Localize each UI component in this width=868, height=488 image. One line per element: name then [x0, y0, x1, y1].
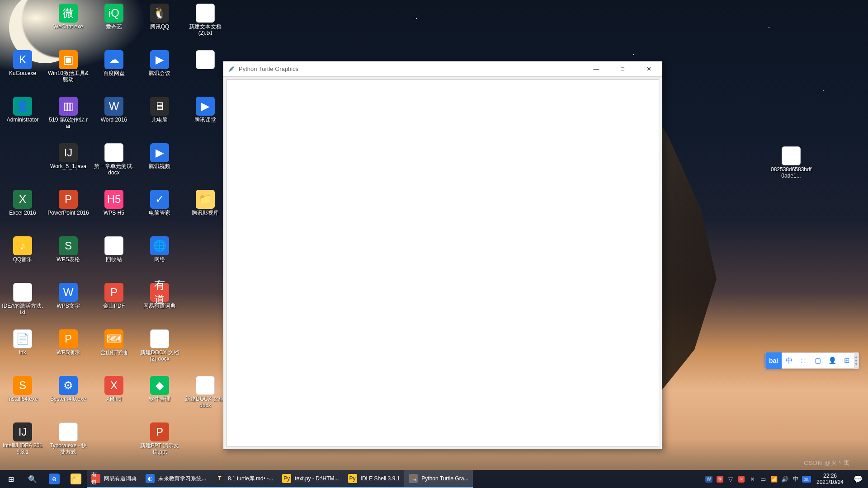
desktop-icon[interactable]: ▶腾讯课堂	[183, 95, 228, 125]
desktop-icon-label: 网易有道词典	[143, 303, 176, 309]
desktop-icon[interactable]: ≡IDEA的激活方法.txt	[0, 281, 45, 317]
desktop-icon[interactable]: 🐧腾讯QQ	[137, 2, 182, 32]
desktop-icon[interactable]: 👤Administrator	[0, 95, 45, 125]
desktop-icon[interactable]: W第一章单元测试.docx	[91, 141, 137, 178]
taskbar-app-label: 未来教育学习系统...	[158, 475, 206, 483]
desktop-icon-label: 爱奇艺	[106, 23, 122, 30]
desktop-icon[interactable]: ☁百度网盘	[91, 48, 137, 78]
baidu-ime-item[interactable]: ⸬	[796, 352, 811, 369]
desktop-icon[interactable]: XXMind	[91, 374, 137, 404]
taskbar-app[interactable]: 有道网易有道词典	[87, 470, 141, 488]
tray-icon[interactable]: W	[703, 470, 714, 488]
desktop-icon[interactable]: 📁腾讯影视库	[183, 188, 228, 218]
desktop-icon[interactable]: 🖥此电脑	[137, 95, 182, 125]
desktop-icon[interactable]: P新建PPT 演示文稿.ppt	[137, 421, 182, 457]
desktop-icon[interactable]: SWPS表格	[46, 235, 91, 264]
desktop-icon[interactable]: ▣Win10激活工具&驱动	[46, 48, 91, 84]
tray-icon[interactable]: ✕	[736, 470, 747, 488]
desktop-icon[interactable]: KKuGou.exe	[0, 48, 45, 78]
desktop-icon[interactable]: SInstall64.exe	[0, 374, 45, 404]
app-icon: P	[104, 283, 123, 302]
desktop-icon-label: 082538d6583bdf0ade1...	[770, 166, 812, 179]
desktop-icon[interactable]: ⚙System4.0.exe	[46, 374, 91, 404]
desktop-icon[interactable]: PWPS演示	[46, 328, 91, 357]
desktop-icon[interactable]: ▶腾讯视频	[137, 141, 182, 171]
desktop-icon[interactable]: ▶腾讯会议	[137, 48, 182, 78]
notification-button[interactable]: 💬	[848, 475, 868, 483]
desktop-icon[interactable]: IJIntelliJ IDEA 2019.3.1	[0, 421, 45, 457]
baidu-ime-bar[interactable]: bai 中⸬▢👤⊞	[765, 352, 859, 369]
baidu-ime-item[interactable]: ⊞	[840, 352, 854, 369]
baidu-ime-item[interactable]: 中	[782, 352, 796, 369]
app-icon: 📁	[71, 474, 81, 484]
desktop-icon[interactable]: 微WeChat.exe	[46, 2, 91, 32]
taskbar-app[interactable]: Pytext.py - D:\HTM...	[278, 470, 343, 488]
search-icon: 🔍	[28, 475, 37, 483]
taskbar-clock[interactable]: 22:26 2021/10/24	[812, 473, 848, 485]
desktop-icon-label: Administrator	[7, 117, 39, 123]
desktop-icon[interactable]: IJWork_5_1.java	[46, 141, 91, 171]
taskbar-app[interactable]: ◐未来教育学习系统...	[141, 470, 211, 488]
desktop-icon[interactable]: 🌐网络	[137, 235, 182, 264]
close-button[interactable]: ✕	[636, 61, 662, 76]
file-icon: ▭	[782, 146, 801, 165]
baidu-logo-icon[interactable]: bai	[765, 352, 782, 369]
tray-icon[interactable]: ✕	[747, 470, 758, 488]
app-icon: ▥	[59, 97, 78, 116]
taskbar-pinned-edge[interactable]: e	[43, 470, 65, 488]
tray-icon[interactable]: 🔊	[779, 470, 790, 488]
desktop-icon[interactable]: XExcel 2016	[0, 188, 45, 218]
turtle-canvas[interactable]	[226, 80, 659, 446]
desktop-icon-label: 回收站	[106, 256, 122, 263]
desktop-icon[interactable]: iQ爱奇艺	[91, 2, 137, 32]
desktop-icon[interactable]: P金山PDF	[91, 281, 137, 311]
desktop-icon[interactable]: ▥519 第6次作业.rar	[46, 95, 91, 131]
desktop-icon[interactable]: ♪QQ音乐	[0, 235, 45, 264]
desktop-icon[interactable]: ⌨金山打字通	[91, 328, 137, 357]
desktop-icon[interactable]: PPowerPoint 2016	[46, 188, 91, 218]
desktop-icon[interactable]: ◆软件管理	[137, 374, 182, 404]
app-icon: X	[104, 376, 123, 395]
desktop-icon[interactable]: ✓电脑管家	[137, 188, 182, 218]
desktop-icon[interactable]: 🗑回收站	[91, 235, 137, 264]
tray-icon[interactable]: 📶	[769, 470, 779, 488]
baidu-drag-handle[interactable]	[854, 352, 859, 369]
desktop-icon[interactable]: 📄ink	[0, 328, 45, 357]
app-icon: 👤	[13, 97, 32, 116]
taskbar-app[interactable]: T8.1 turtle库.md• -...	[211, 470, 278, 488]
taskbar-app[interactable]: PyIDLE Shell 3.9.1	[344, 470, 405, 488]
minimize-button[interactable]: —	[583, 61, 609, 76]
start-button[interactable]: ⊞	[0, 470, 22, 488]
titlebar[interactable]: Python Turtle Graphics — □ ✕	[223, 61, 662, 77]
taskbar-pinned-explorer[interactable]: 📁	[65, 470, 87, 488]
desktop-icon[interactable]: W新建DOCX 文档.docx	[183, 374, 228, 410]
tray-icon[interactable]: ▭	[758, 470, 769, 488]
desktop-icon[interactable]: H5WPS H5	[91, 188, 137, 218]
desktop-icon[interactable]: TTypora.exe - 快捷方式	[46, 421, 91, 457]
app-icon: 有道	[91, 474, 100, 483]
baidu-ime-item[interactable]: ▢	[811, 352, 825, 369]
app-icon: W	[196, 376, 215, 395]
desktop-icon[interactable]: ▭ 082538d6583bdf0ade1...	[769, 145, 814, 181]
tray-icon[interactable]: ⑨	[714, 470, 725, 488]
app-icon: iQ	[104, 4, 123, 23]
app-icon: 有道	[150, 283, 169, 302]
search-button[interactable]: 🔍	[22, 470, 43, 488]
desktop-icon[interactable]: W新建DOCX 文档 (2).docx	[137, 328, 182, 364]
taskbar-app[interactable]: 🪶Python Turtle Gra...	[404, 470, 473, 488]
tray-icon[interactable]: ▽	[725, 470, 736, 488]
tray-icon[interactable]: bai	[801, 470, 812, 488]
desktop-icon-label: Install64.exe	[7, 396, 38, 402]
clock-time: 22:26	[815, 473, 845, 479]
desktop-icon[interactable]: ≡新建文本文档 (2).txt	[183, 2, 228, 38]
desktop-icon[interactable]: WWPS文字	[46, 281, 91, 311]
desktop-icon[interactable]: ≡	[183, 48, 228, 72]
app-icon: 🪶	[409, 474, 418, 483]
desktop-icon[interactable]: WWord 2016	[91, 95, 137, 125]
turtle-window[interactable]: Python Turtle Graphics — □ ✕	[223, 61, 662, 450]
maximize-button[interactable]: □	[609, 61, 636, 76]
desktop-icon[interactable]: 有道网易有道词典	[137, 281, 182, 311]
baidu-ime-item[interactable]: 👤	[825, 352, 840, 369]
desktop-icon-label: System4.0.exe	[50, 396, 86, 402]
tray-icon[interactable]: 中	[790, 470, 801, 488]
